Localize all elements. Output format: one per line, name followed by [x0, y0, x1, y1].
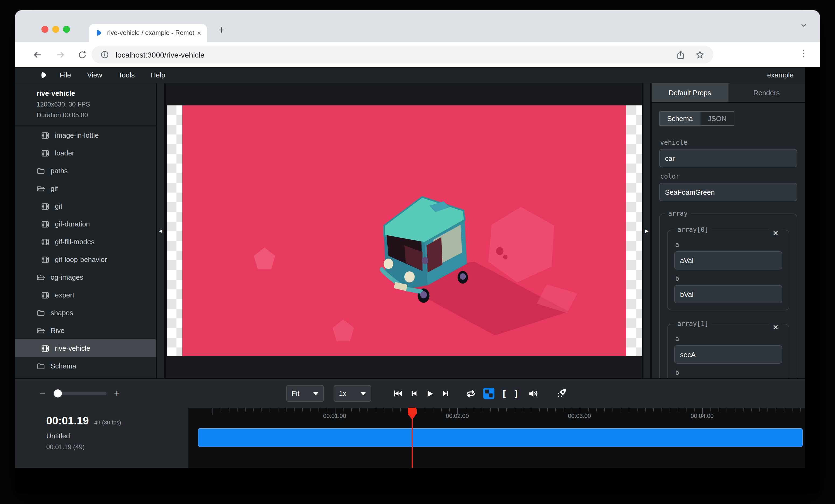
color-input[interactable] — [659, 183, 797, 201]
sidebar-folder-schema[interactable]: Schema — [15, 357, 156, 375]
browser-menu-icon[interactable]: ⋮ — [799, 48, 808, 59]
props-panel-body: Schema JSON vehicle color array array[0] — [652, 103, 805, 378]
track-duration: 00:01.19 (49) — [46, 443, 188, 451]
volume-button[interactable] — [528, 388, 538, 399]
sidebar-item-gif-fill-modes[interactable]: gif-fill-modes — [15, 233, 156, 251]
address-bar[interactable]: localhost:3000/rive-vehicle — [91, 46, 713, 63]
menu-file[interactable]: File — [52, 71, 79, 79]
url-text[interactable]: localhost:3000/rive-vehicle — [116, 50, 666, 59]
menu-view[interactable]: View — [79, 71, 110, 79]
tab-close-icon[interactable]: × — [196, 29, 203, 37]
array-legend: array — [665, 210, 691, 217]
browser-navbar: localhost:3000/rive-vehicle ⋮ — [15, 42, 820, 67]
fit-select[interactable]: Fit — [286, 385, 324, 402]
sidebar-item-expert[interactable]: expert — [15, 286, 156, 304]
reload-icon[interactable] — [78, 50, 87, 59]
back-icon[interactable] — [32, 49, 43, 60]
tab-renders[interactable]: Renders — [728, 83, 805, 102]
share-icon[interactable] — [676, 50, 686, 59]
film-icon — [41, 344, 49, 353]
collapse-left-panel-icon[interactable]: ◀ — [157, 83, 166, 378]
sidebar-item-gif[interactable]: gif — [15, 197, 156, 215]
ruler-label: 00:01.00 — [323, 413, 346, 419]
composition-list: image-in-lottie loader paths gif gif gif… — [15, 126, 156, 378]
bookmark-star-icon[interactable] — [695, 50, 705, 59]
skip-to-start-button[interactable] — [393, 388, 403, 399]
fullscreen-window-button[interactable] — [63, 26, 70, 33]
compositions-sidebar: rive-vehicle 1200x630, 30 FPS Duration 0… — [15, 83, 157, 378]
desktop: rive-vehicle / example - Remot × + local… — [0, 0, 835, 504]
playhead-line — [412, 417, 413, 468]
composition-dimensions: 1200x630, 30 FPS — [37, 101, 151, 108]
browser-tab[interactable]: rive-vehicle / example - Remot × — [89, 24, 207, 42]
film-icon — [41, 149, 49, 158]
loop-toggle-button[interactable] — [465, 388, 476, 399]
ruler-label: 00:04.00 — [691, 413, 714, 419]
sidebar-folder-shapes[interactable]: shapes — [15, 304, 156, 322]
remotion-logo-icon[interactable] — [40, 71, 48, 81]
sidebar-item-rive-vehicle[interactable]: rive-vehicle — [15, 339, 156, 357]
remove-array-0-icon[interactable]: ✕ — [769, 229, 782, 238]
composition-canvas[interactable] — [167, 105, 642, 356]
sidebar-item-gif-duration[interactable]: gif-duration — [15, 215, 156, 233]
sidebar-folder-gif[interactable]: gif — [15, 180, 156, 197]
site-info-icon[interactable] — [100, 50, 109, 59]
sidebar-item-image-in-lottie[interactable]: image-in-lottie — [15, 126, 156, 144]
array-0-a-input[interactable] — [674, 251, 782, 270]
film-icon — [41, 202, 49, 211]
array-1-legend: array[1] — [674, 320, 712, 328]
props-panel: Default Props Renders Schema JSON vehicl… — [650, 83, 805, 378]
vehicle-input[interactable] — [659, 149, 797, 167]
zoom-in-button[interactable]: + — [114, 388, 120, 399]
field-label-b: b — [675, 369, 781, 377]
render-rocket-button[interactable] — [555, 388, 567, 399]
toggle-json[interactable]: JSON — [700, 112, 734, 125]
field-label-color: color — [660, 173, 796, 180]
current-timecode: 00:01.19 — [46, 415, 89, 427]
close-window-button[interactable] — [41, 26, 48, 33]
schema-json-toggle: Schema JSON — [659, 111, 735, 126]
array-1-fieldset: array[1] ✕ a b — [667, 320, 789, 378]
zoom-slider-thumb[interactable] — [54, 390, 62, 398]
forward-icon[interactable] — [55, 49, 66, 60]
set-in-marker-button[interactable]: [ — [502, 388, 507, 399]
tab-search-chevron-icon[interactable] — [799, 21, 808, 32]
menu-tools[interactable]: Tools — [110, 71, 143, 79]
set-out-marker-button[interactable]: ] — [513, 388, 519, 399]
folder-icon — [37, 309, 45, 317]
sidebar-folder-paths[interactable]: paths — [15, 162, 156, 180]
timeline-info-panel: 00:01.19 49 (30 fps) Untitled 00:01.19 (… — [15, 408, 188, 468]
playback-rate-select[interactable]: 1x — [333, 385, 371, 402]
sidebar-folder-og-images[interactable]: og-images — [15, 268, 156, 286]
sidebar-item-gif-loop-behavior[interactable]: gif-loop-behavior — [15, 251, 156, 268]
next-frame-button[interactable] — [441, 389, 450, 398]
zoom-slider[interactable] — [53, 392, 106, 395]
app-menubar: File View Tools Help example — [15, 67, 805, 83]
menu-help[interactable]: Help — [143, 71, 174, 79]
previous-frame-button[interactable] — [409, 389, 419, 398]
play-button[interactable] — [425, 388, 435, 398]
minimize-window-button[interactable] — [52, 26, 59, 33]
vehicle-animation — [182, 105, 626, 356]
new-tab-button[interactable]: + — [219, 24, 224, 36]
zoom-out-button[interactable]: − — [39, 388, 46, 399]
composition-info: rive-vehicle 1200x630, 30 FPS Duration 0… — [15, 83, 156, 126]
transparency-checkerboard-button[interactable] — [483, 388, 494, 399]
array-0-b-input[interactable] — [674, 285, 782, 303]
timeline-track-bar[interactable] — [198, 428, 803, 447]
timeline-ruler[interactable]: 00:01.00 00:02.00 00:03.00 00:04.00 — [188, 408, 805, 422]
collapse-right-panel-icon[interactable]: ▶ — [642, 83, 650, 378]
tab-title: rive-vehicle / example - Remot — [107, 29, 196, 37]
sidebar-folder-rive[interactable]: Rive — [15, 322, 156, 339]
film-icon — [41, 131, 49, 140]
toggle-schema[interactable]: Schema — [659, 112, 700, 125]
remove-array-1-icon[interactable]: ✕ — [769, 323, 782, 332]
sidebar-item-loader[interactable]: loader — [15, 144, 156, 162]
canvas-zoom-control: − + — [39, 379, 120, 408]
composition-name: rive-vehicle — [37, 89, 151, 97]
tab-default-props[interactable]: Default Props — [652, 83, 728, 102]
window-controls — [41, 26, 70, 33]
array-fieldset: array array[0] ✕ a b — [659, 210, 797, 378]
array-1-a-input[interactable] — [674, 345, 782, 364]
browser-tab-strip: rive-vehicle / example - Remot × + — [15, 10, 820, 42]
